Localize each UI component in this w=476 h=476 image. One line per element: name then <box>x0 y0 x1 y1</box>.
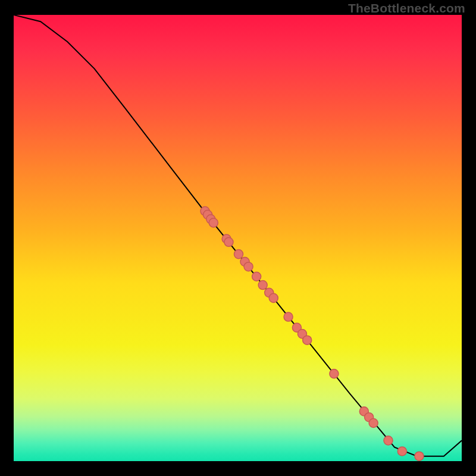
data-point <box>330 369 339 378</box>
data-point <box>384 436 393 445</box>
data-point <box>252 272 261 281</box>
data-point <box>224 237 233 246</box>
data-point <box>244 262 253 271</box>
data-point <box>369 418 378 427</box>
chart-svg <box>14 15 462 463</box>
bottleneck-curve <box>14 15 462 456</box>
data-point <box>397 447 406 456</box>
data-point <box>415 452 424 461</box>
data-point <box>269 293 278 302</box>
data-point <box>258 281 267 290</box>
chart-stage: TheBottleneck.com <box>0 0 476 476</box>
data-point <box>234 250 243 259</box>
data-point <box>209 218 218 227</box>
data-point <box>284 312 293 321</box>
data-points <box>201 206 424 461</box>
plot-area <box>14 15 462 461</box>
data-point <box>303 336 312 345</box>
watermark-text: TheBottleneck.com <box>348 1 465 15</box>
